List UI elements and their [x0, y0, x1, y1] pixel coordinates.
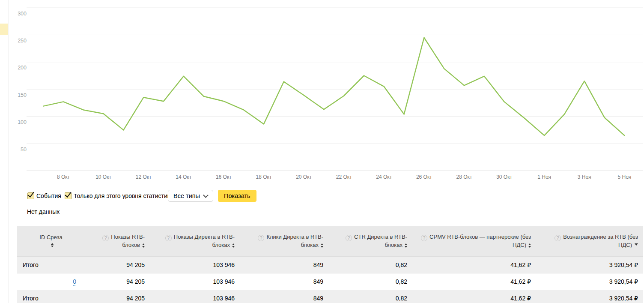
- column-header-3[interactable]: ?Показы Директа в RTB-блоках: [150, 226, 240, 257]
- column-header-4[interactable]: ?Клики Директа в RTB-блоках: [240, 226, 328, 257]
- table-cell: 103 946: [150, 273, 240, 290]
- help-icon[interactable]: ?: [102, 235, 109, 241]
- help-icon[interactable]: ?: [421, 235, 427, 241]
- x-axis-label: 8 Окт: [57, 174, 70, 180]
- table-cell: 3 920,54 ₽: [536, 290, 643, 303]
- table-cell: 94 205: [86, 257, 150, 273]
- sort-desc-icon[interactable]: [635, 243, 638, 247]
- filter-controls: События Только для этого уровня статисти…: [0, 190, 644, 203]
- table-row: 094 205103 9468490,8241,62 ₽3 920,54 ₽: [17, 273, 643, 290]
- table-cell: 41,62 ₽: [412, 290, 536, 303]
- slice-id-link[interactable]: 0: [73, 278, 76, 286]
- table-cell: 103 946: [150, 257, 240, 273]
- column-header-1[interactable]: ID Среза: [17, 226, 86, 257]
- x-axis-label: 26 Окт: [416, 174, 432, 180]
- checkbox-box[interactable]: [27, 192, 34, 199]
- x-axis-label: 28 Окт: [456, 174, 472, 180]
- table-cell: 849: [240, 257, 328, 273]
- x-axis-label: 12 Окт: [136, 174, 152, 180]
- level-only-checkbox-label: Только для этого уровня статистики: [74, 192, 173, 199]
- column-header-6[interactable]: ?CPMV RTB-блоков — партнерские (без НДС): [412, 226, 536, 257]
- chevron-down-icon: [203, 192, 209, 198]
- x-axis-label: 24 Окт: [376, 174, 392, 180]
- y-axis-label: 100: [18, 119, 27, 125]
- column-header-label: CTR Директа в RTB-блоках: [354, 234, 407, 248]
- event-type-select-value: Все типы: [173, 192, 200, 199]
- table-cell: 0,82: [328, 257, 412, 273]
- events-checkbox[interactable]: События: [27, 190, 61, 202]
- checkbox-box[interactable]: [65, 192, 72, 199]
- table-cell: 3 920,54 ₽: [536, 257, 643, 273]
- x-axis-label: 3 Ноя: [578, 174, 591, 180]
- table-cell: 41,62 ₽: [412, 257, 536, 273]
- table-row-total: Итого94 205103 9468490,8241,62 ₽3 920,54…: [17, 290, 643, 303]
- x-axis-label: 5 Ноя: [617, 174, 631, 180]
- x-axis-label: 16 Окт: [216, 174, 232, 180]
- table-row-total: Итого94 205103 9468490,8241,62 ₽3 920,54…: [17, 257, 643, 273]
- sort-icon[interactable]: [232, 243, 235, 248]
- table-header: ID Среза?Показы RTB-блоков?Показы Директ…: [17, 226, 643, 257]
- column-header-label: ID Среза: [39, 234, 62, 240]
- table-cell: 41,62 ₽: [412, 273, 536, 290]
- table-cell: Итого: [17, 257, 86, 273]
- y-axis-label: 50: [21, 147, 27, 153]
- x-axis-label: 18 Окт: [256, 174, 272, 180]
- help-icon[interactable]: ?: [165, 235, 172, 241]
- stats-page: 501001502002503008 Окт10 Окт12 Окт14 Окт…: [0, 0, 644, 303]
- table-cell: 849: [240, 290, 328, 303]
- table-cell: 94 205: [86, 273, 150, 290]
- help-icon[interactable]: ?: [258, 235, 264, 241]
- x-axis-label: 10 Окт: [95, 174, 111, 180]
- events-checkbox-label: События: [36, 192, 61, 199]
- y-axis-label: 300: [18, 11, 27, 17]
- sort-icon[interactable]: [51, 243, 54, 247]
- checkmark-icon: [27, 190, 34, 198]
- x-axis-label: 22 Окт: [336, 174, 352, 180]
- table-cell: 0,82: [328, 273, 412, 290]
- column-header-7[interactable]: ?Вознаграждение за RTB (без НДС): [536, 226, 643, 257]
- events-chart: 501001502002503008 Окт10 Окт12 Окт14 Окт…: [0, 0, 644, 185]
- events-series-line: [43, 38, 624, 135]
- sort-icon[interactable]: [528, 243, 531, 248]
- column-header-label: Вознаграждение за RTB (без НДС): [563, 234, 638, 248]
- no-data-text: Нет данных: [27, 208, 60, 215]
- sort-icon[interactable]: [405, 243, 407, 248]
- column-header-2[interactable]: ?Показы RTB-блоков: [86, 226, 150, 257]
- event-type-select[interactable]: Все типы: [168, 190, 213, 202]
- x-axis-label: 20 Окт: [296, 174, 312, 180]
- column-header-label: Показы Директа в RTB-блоках: [174, 234, 235, 248]
- show-button[interactable]: Показать: [218, 190, 256, 202]
- level-only-checkbox[interactable]: Только для этого уровня статистики: [65, 190, 173, 202]
- help-icon[interactable]: ?: [346, 235, 352, 241]
- table-cell: 103 946: [150, 290, 240, 303]
- help-icon[interactable]: ?: [555, 235, 561, 241]
- column-header-label: CPMV RTB-блоков — партнерские (без НДС): [429, 234, 531, 248]
- column-header-label: Клики Директа в RTB-блоках: [266, 234, 323, 248]
- column-header-label: Показы RTB-блоков: [111, 234, 145, 248]
- x-axis-label: 14 Окт: [176, 174, 191, 180]
- y-axis-label: 200: [18, 65, 27, 71]
- table-cell: 94 205: [86, 290, 150, 303]
- x-axis-label: 30 Окт: [496, 174, 512, 180]
- y-axis-label: 250: [18, 38, 27, 44]
- table-body: Итого94 205103 9468490,8241,62 ₽3 920,54…: [17, 257, 643, 303]
- sort-icon[interactable]: [142, 243, 145, 248]
- table-cell: 849: [240, 273, 328, 290]
- sort-icon[interactable]: [321, 243, 323, 248]
- table-cell: 0,82: [328, 290, 412, 303]
- x-axis-label: 1 Ноя: [537, 174, 551, 180]
- rtb-stats-table: ID Среза?Показы RTB-блоков?Показы Директ…: [17, 226, 643, 303]
- checkmark-icon: [65, 190, 72, 198]
- table-cell: 3 920,54 ₽: [536, 273, 643, 290]
- column-header-5[interactable]: ?CTR Директа в RTB-блоках: [328, 226, 412, 257]
- table-cell: 0: [17, 273, 86, 290]
- table-cell: Итого: [17, 290, 86, 303]
- y-axis-label: 150: [18, 92, 27, 98]
